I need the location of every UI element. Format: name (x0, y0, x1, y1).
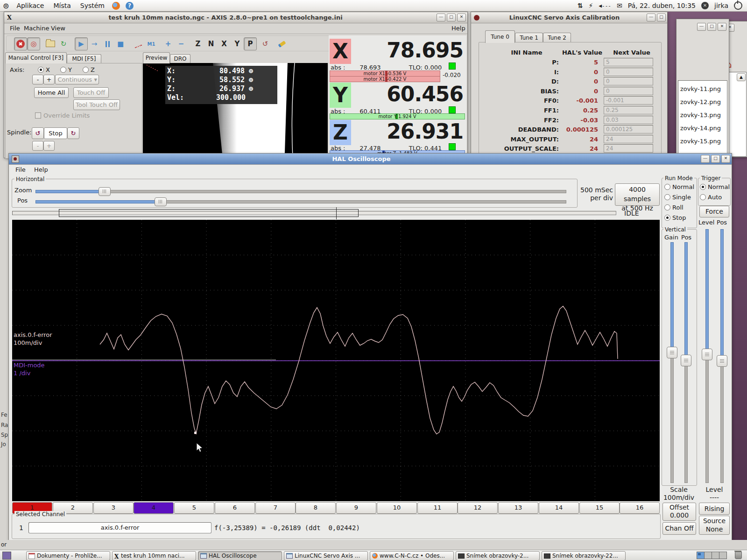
channel-button-7[interactable]: 7 (255, 502, 296, 514)
view-x-icon[interactable]: X (218, 37, 231, 50)
calib-row-next-value-input[interactable]: -0.001 (604, 96, 653, 105)
power-manager-icon[interactable]: ⚡ (589, 2, 593, 9)
workspace-2[interactable] (705, 552, 712, 559)
axis-close-button[interactable]: ✕ (457, 14, 466, 21)
reload-file-icon[interactable]: ↻ (57, 37, 70, 50)
volume-icon[interactable]: ◀--- (599, 3, 611, 9)
mail-icon[interactable]: ✉ (617, 2, 622, 9)
workspace-1[interactable] (697, 552, 705, 559)
file-item[interactable]: zovky-13.png (680, 112, 721, 119)
tab-manual-control[interactable]: Manual Control [F3] (5, 52, 67, 63)
run-mode-normal[interactable]: Normal (664, 183, 694, 190)
tab-tune1[interactable]: Tune 1 (515, 33, 543, 43)
run-mode-single[interactable]: Single (664, 194, 691, 201)
network-updown-icon[interactable]: ⇅ (578, 2, 583, 9)
jog-minus-button[interactable]: - (32, 75, 43, 84)
view-y-icon[interactable]: Y (231, 37, 244, 50)
oscilloscope-maximize-button[interactable]: □ (711, 155, 720, 163)
skip-m1-icon[interactable]: M1 (145, 37, 158, 50)
trigger-normal[interactable]: Normal (700, 183, 730, 190)
file-window-maximize-button[interactable]: □ (707, 23, 716, 31)
menu-places[interactable]: Místa (49, 2, 75, 9)
channel-button-11[interactable]: 11 (417, 502, 458, 514)
tab-dro[interactable]: DRO (170, 54, 190, 63)
taskbar-item[interactable]: LinuxCNC Servo Axis ... (284, 551, 368, 560)
channel-button-6[interactable]: 6 (215, 502, 255, 514)
spindle-cw-button[interactable]: ↻ (67, 127, 79, 139)
axis-menu-machine[interactable]: Machine (24, 25, 49, 32)
calibration-minimize-button[interactable]: ― (647, 14, 655, 21)
menu-applications[interactable]: Aplikace (12, 2, 49, 9)
user-switcher-icon[interactable]: ✕ (701, 2, 709, 9)
tab-preview[interactable]: Preview (143, 52, 170, 63)
channel-button-13[interactable]: 13 (498, 502, 538, 514)
pos-slider-handle[interactable] (155, 197, 167, 206)
gain-slider-handle[interactable] (667, 347, 677, 358)
scope-display[interactable]: axis.0.f-error 100m/div MDI-mode 1 /div (12, 220, 660, 501)
calib-row-next-value-input[interactable]: 0 (604, 87, 653, 95)
oscilloscope-minimize-button[interactable]: ― (701, 155, 710, 163)
taskbar-item[interactable]: HAL Oscilloscope (198, 551, 282, 560)
channel-button-4[interactable]: 4 (134, 502, 174, 514)
calib-row-next-value-input[interactable]: 0.03 (604, 116, 653, 124)
jog-mode-dropdown[interactable]: Continuous ▾ (55, 75, 99, 84)
oscilloscope-close-button[interactable]: ✕ (721, 155, 730, 163)
spindle-minus-button[interactable]: - (32, 141, 43, 151)
taskbar-item[interactable]: www.C-N-C.cz • Odes... (370, 551, 454, 560)
calibration-titlebar[interactable]: LinuxCNC Servo Axis Calibration ― □ (471, 12, 667, 23)
spindle-stop-button[interactable]: Stop (44, 127, 67, 139)
channel-button-3[interactable]: 3 (93, 502, 134, 514)
selected-channel-field[interactable]: axis.0.f-error (28, 522, 211, 533)
calib-row-next-value-input[interactable]: 0 (604, 77, 653, 85)
toolpath-icon[interactable] (131, 37, 144, 50)
taskbar-item[interactable]: Xtest kruh 10mm naci... (112, 551, 196, 560)
channel-button-14[interactable]: 14 (539, 502, 579, 514)
view-p-icon[interactable]: P (244, 37, 257, 50)
spindle-plus-button[interactable]: + (43, 141, 55, 151)
scope-menu-file[interactable]: File (15, 166, 26, 173)
calib-row-next-value-input[interactable]: 5 (604, 58, 653, 66)
trigger-auto[interactable]: Auto (700, 194, 722, 201)
step-icon[interactable]: → (88, 37, 101, 50)
machine-estop-icon[interactable]: ✖ (14, 37, 27, 50)
zoom-in-icon[interactable]: + (162, 37, 175, 50)
run-mode-roll[interactable]: Roll (664, 204, 684, 211)
run-mode-stop[interactable]: Stop (664, 214, 686, 221)
override-limits-checkbox[interactable]: Override Limits (35, 112, 90, 119)
machine-power-icon[interactable]: ◎ (27, 37, 40, 50)
scroll-up-button[interactable]: ▲ (737, 73, 746, 81)
file-window-minimize-button[interactable]: ― (697, 23, 706, 31)
tool-touch-off-button[interactable]: Tool Touch Off (73, 99, 120, 110)
trigger-pos-slider-handle[interactable] (717, 355, 727, 367)
vpos-slider-handle[interactable] (681, 355, 691, 366)
view-z-icon[interactable]: Z (191, 37, 204, 50)
user-name[interactable]: jirka (714, 2, 728, 9)
axis-radio-x[interactable]: X (38, 66, 50, 73)
taskbar-item[interactable]: Snímek obrazovky-2... (456, 551, 540, 560)
zoom-out-icon[interactable]: − (175, 37, 188, 50)
axis-minimize-button[interactable]: ― (437, 14, 445, 21)
file-item[interactable]: zovky-11.png (680, 85, 721, 92)
channel-button-16[interactable]: 16 (620, 502, 660, 514)
axis-menu-help[interactable]: Help (451, 25, 465, 32)
trigger-edge-button[interactable]: Rising (699, 503, 730, 515)
calib-row-next-value-input[interactable]: 24 (604, 144, 653, 153)
axis-maximize-button[interactable]: □ (447, 14, 456, 21)
preview-canvas[interactable]: X:80.498 ⊕ Y:58.552 ⊕ Z:26.937 ⊕ Vel:300… (143, 63, 328, 158)
spindle-ccw-button[interactable]: ↺ (32, 127, 44, 139)
tab-tune2[interactable]: Tune 2 (543, 33, 571, 43)
channel-button-8[interactable]: 8 (296, 502, 336, 514)
axis-radio-z[interactable]: Z (83, 66, 95, 73)
taskbar-item[interactable]: Snímek obrazovky-22... (542, 551, 626, 560)
axis-menu-view[interactable]: View (51, 25, 65, 32)
menu-system[interactable]: Systém (76, 2, 109, 9)
clock[interactable]: Pá, 22. duben, 10:35 (628, 2, 696, 9)
view-z2-icon[interactable]: N (204, 37, 218, 50)
axis-menu-file[interactable]: File (10, 25, 20, 32)
help-launcher-icon[interactable]: ? (126, 2, 134, 10)
file-item[interactable]: zovky-12.png (680, 98, 721, 105)
open-file-icon[interactable] (44, 37, 57, 50)
axis-radio-y[interactable]: Y (60, 66, 72, 73)
file-window-close-button[interactable]: ✕ (718, 23, 726, 31)
calib-row-next-value-input[interactable]: 0 (604, 68, 653, 76)
